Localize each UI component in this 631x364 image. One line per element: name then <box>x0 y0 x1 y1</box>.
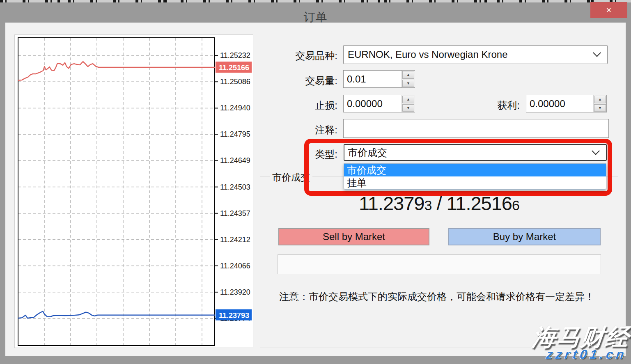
volume-label: 交易量: <box>267 74 337 87</box>
svg-text:11.24212: 11.24212 <box>220 236 250 244</box>
svg-text:11.23920: 11.23920 <box>220 288 250 296</box>
svg-text:11.25086: 11.25086 <box>220 78 250 86</box>
takeprofit-spin-down[interactable]: ▼ <box>594 104 606 112</box>
volume-stepper[interactable]: 0.01 ▲ ▼ <box>343 70 415 88</box>
bid-price: 11.2379 <box>359 192 424 214</box>
buy-button[interactable]: Buy by Market <box>448 228 601 245</box>
window-frame-left <box>0 23 5 357</box>
tick-chart: 11.2523211.2508611.2494011.2479511.24649… <box>15 35 253 348</box>
dropdown-option-pending-order[interactable]: 挂单 <box>344 176 606 189</box>
execution-group-label: 市价成交 <box>270 171 312 184</box>
takeprofit-stepper[interactable]: 0.00000 ▲ ▼ <box>526 95 607 112</box>
order-type-value: 市价成交 <box>344 146 593 159</box>
dropdown-option-market-execution[interactable]: 市价成交 <box>344 164 606 176</box>
svg-text:11.24066: 11.24066 <box>220 262 250 270</box>
bid-ask-price: 11.23793 / 11.25166 <box>260 192 618 215</box>
price-separator: / <box>431 192 446 214</box>
order-type-dropdown: 市价成交 挂单 <box>344 163 606 190</box>
chevron-down-icon <box>592 147 600 155</box>
svg-text:11.24795: 11.24795 <box>220 130 250 138</box>
svg-text:11.25166: 11.25166 <box>219 64 249 72</box>
window-frame-bottom <box>0 356 631 364</box>
tick-chart-panel: 11.2523211.2508611.2494011.2479511.24649… <box>14 34 253 348</box>
symbol-combobox[interactable]: EURNOK, Euro vs Norwegian Krone <box>343 45 608 64</box>
watermark-url: zzrt01.cn <box>546 347 628 362</box>
svg-text:11.24503: 11.24503 <box>220 183 250 191</box>
sell-button-label: Sell by Market <box>323 231 385 243</box>
comment-label: 注释: <box>267 124 337 137</box>
chevron-down-icon <box>593 49 601 57</box>
symbol-label: 交易品种: <box>267 49 337 62</box>
buy-button-label: Buy by Market <box>493 231 556 243</box>
volume-spin-up[interactable]: ▲ <box>402 71 414 79</box>
sell-button[interactable]: Sell by Market <box>278 228 429 245</box>
ask-price-last-digit: 6 <box>512 197 519 213</box>
svg-text:11.25232: 11.25232 <box>220 51 250 60</box>
close-icon: × <box>606 5 612 16</box>
svg-text:11.24649: 11.24649 <box>220 156 250 165</box>
svg-text:11.24357: 11.24357 <box>220 209 250 217</box>
takeprofit-spin-up[interactable]: ▲ <box>594 96 606 103</box>
stoploss-value: 0.00000 <box>344 95 402 112</box>
dialog-titlebar: 订单 <box>0 2 631 23</box>
comment-field-wrap <box>343 119 609 138</box>
stoploss-stepper[interactable]: 0.00000 ▲ ▼ <box>343 95 415 112</box>
svg-text:11.23793: 11.23793 <box>219 311 249 320</box>
note-text: 注意：市价交易模式下的实际成交价格，可能会和请求价格有一定差异！ <box>279 290 608 303</box>
volume-value: 0.01 <box>344 71 402 87</box>
stoploss-label: 止损: <box>267 99 337 112</box>
close-button[interactable]: × <box>590 2 627 18</box>
ask-price: 11.2516 <box>447 192 512 214</box>
stoploss-spin-down[interactable]: ▼ <box>402 104 414 112</box>
svg-text:11.24940: 11.24940 <box>220 104 250 112</box>
order-type-combobox[interactable]: 市价成交 <box>344 144 607 161</box>
order-type-label: 类型: <box>287 148 337 161</box>
symbol-value: EURNOK, Euro vs Norwegian Krone <box>344 49 594 60</box>
comment-input[interactable] <box>343 119 609 138</box>
takeprofit-label: 获利: <box>464 99 520 112</box>
takeprofit-value: 0.00000 <box>526 95 593 112</box>
volume-spin-down[interactable]: ▼ <box>402 80 414 87</box>
window-frame-right <box>626 23 631 357</box>
bid-price-last-digit: 3 <box>424 197 431 213</box>
stoploss-spin-up[interactable]: ▲ <box>402 96 414 103</box>
status-bar <box>278 254 601 274</box>
